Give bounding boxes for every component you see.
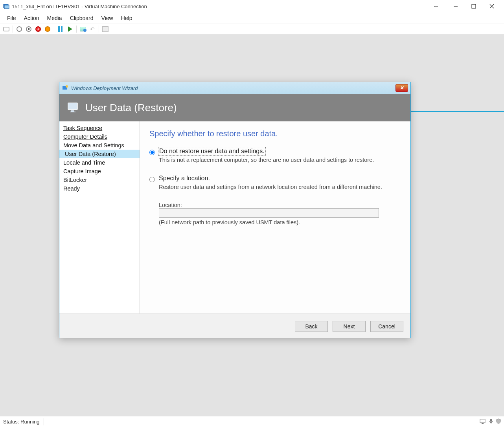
radio-specify-location[interactable] [149,177,155,182]
window-title: 1511_x64_Ent on ITF1HVS01 - Virtual Mach… [12,4,147,9]
menu-action[interactable]: Action [20,13,43,23]
status-text: Status: Running [3,418,44,425]
menu-file[interactable]: File [3,13,20,23]
wizard-header: User Data (Restore) [59,94,410,121]
wizard-nav: Task Sequence Computer Details Move Data… [59,121,140,313]
radio-specify-location-label[interactable]: Specify a location. [159,175,210,182]
display-config-icon[interactable] [480,418,486,425]
option1-desc: This is not a replacement computer, so t… [159,157,403,163]
location-input [159,208,379,218]
nav-locale-time[interactable]: Locale and Time [59,158,140,167]
ctrl-alt-del-icon[interactable] [2,25,10,33]
toolbar-divider [54,26,54,33]
svg-rect-9 [71,110,74,112]
app-icon [3,3,9,9]
close-button[interactable] [483,0,501,12]
wizard-heading: User Data (Restore) [85,102,177,114]
wizard-title: Windows Deployment Wizard [71,85,138,91]
menu-help[interactable]: Help [117,13,136,23]
enhanced-session-icon[interactable] [101,25,109,33]
cancel-button[interactable]: Cancel [370,321,403,332]
revert-icon[interactable]: ↶ [88,25,96,33]
shutdown-icon[interactable] [34,25,42,33]
menubar: File Action Media Clipboard View Help [0,13,504,24]
save-icon[interactable] [44,25,52,33]
svg-point-7 [66,85,68,88]
nav-bitlocker[interactable]: BitLocker [59,176,140,184]
play-icon[interactable] [66,25,74,33]
start-icon[interactable] [15,25,23,33]
accent-line [410,111,504,112]
maximize-button[interactable] [465,0,483,12]
svg-rect-13 [490,419,492,422]
svg-rect-3 [472,4,476,8]
wizard-footer: Back Next Cancel [59,314,410,338]
back-button[interactable]: Back [295,321,328,332]
wizard-titlebar[interactable]: Windows Deployment Wizard ✕ [59,82,410,94]
nav-capture-image[interactable]: Capture Image [59,167,140,176]
svg-rect-10 [70,112,75,112]
nav-ready[interactable]: Ready [59,184,140,193]
toolbar-divider [76,26,77,33]
stop-icon[interactable] [25,25,33,33]
radio-do-not-restore-label[interactable]: Do not restore user data and settings. [159,148,265,155]
location-hint: (Full network path to previously saved U… [159,219,403,225]
nav-task-sequence[interactable]: Task Sequence [59,124,140,132]
mic-icon[interactable] [489,418,493,425]
security-icon[interactable] [496,418,501,425]
svg-rect-1 [4,5,9,9]
toolbar: ↶ [0,24,504,35]
location-label: Location: [159,202,403,208]
wizard-icon [62,84,69,92]
svg-rect-11 [480,419,485,423]
content-heading: Specify whether to restore user data. [149,129,403,138]
statusbar: Status: Running [0,416,504,427]
resize-icon: ↔ [433,3,439,9]
host-titlebar: 1511_x64_Ent on ITF1HVS01 - Virtual Mach… [0,0,504,13]
wizard-window: Windows Deployment Wizard ✕ User Data (R… [59,82,411,338]
menu-clipboard[interactable]: Clipboard [66,13,97,23]
menu-view[interactable]: View [97,13,117,23]
svg-rect-8 [68,103,77,110]
nav-computer-details[interactable]: Computer Details [59,132,140,141]
minimize-button[interactable] [447,0,465,12]
wizard-content: Specify whether to restore user data. Do… [140,121,410,313]
pause-icon[interactable] [57,25,64,33]
monitor-icon [67,102,80,113]
checkpoint-icon[interactable] [79,25,87,33]
vm-display[interactable]: Windows Deployment Wizard ✕ User Data (R… [0,35,504,416]
option2-desc: Restore user data and settings from a ne… [159,184,403,190]
wizard-close-button[interactable]: ✕ [395,84,408,92]
menu-media[interactable]: Media [43,13,66,23]
nav-move-data[interactable]: Move Data and Settings [59,141,140,150]
toolbar-divider [99,26,99,33]
next-button[interactable]: Next [333,321,366,332]
nav-user-data-restore[interactable]: User Data (Restore) [59,150,140,158]
toolbar-divider [13,26,13,33]
radio-do-not-restore[interactable] [149,150,155,155]
